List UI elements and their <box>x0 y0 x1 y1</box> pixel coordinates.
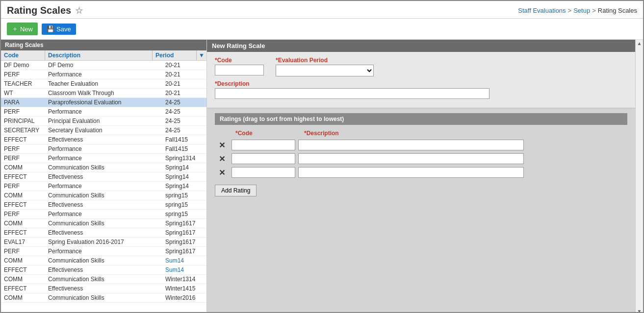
remove-rating-button[interactable]: ✕ <box>215 168 229 177</box>
cell-desc: Effectiveness <box>45 200 162 209</box>
table-row[interactable]: PERFPerformance20-21 <box>1 70 206 79</box>
table-row[interactable]: COMMCommunication SkillsSpring1617 <box>1 219 206 228</box>
table-row[interactable]: PRINCIPALPrincipal Evaluation24-25 <box>1 117 206 126</box>
cell-desc: Communication Skills <box>45 163 162 172</box>
table-row[interactable]: COMMCommunication Skillsspring15 <box>1 191 206 200</box>
table-row[interactable]: COMMCommunication SkillsSum14 <box>1 256 206 265</box>
eval-period-select[interactable] <box>276 65 374 76</box>
form-header: New Rating Scale <box>207 40 635 52</box>
cell-code: PERF <box>1 210 45 218</box>
table-row[interactable]: DF DemoDF Demo20-21 <box>1 61 206 70</box>
table-row[interactable]: EFFECTEffectivenessSpring1617 <box>1 228 206 238</box>
cell-period: Spring1617 <box>162 238 206 246</box>
breadcrumb-staff-evaluations[interactable]: Staff Evaluations <box>518 7 566 14</box>
cell-desc: Performance <box>45 154 162 163</box>
cell-desc: Performance <box>45 70 162 79</box>
breadcrumb-sep2: > <box>592 7 596 14</box>
cell-period: 24-25 <box>162 98 206 107</box>
breadcrumb-setup[interactable]: Setup <box>573 7 590 14</box>
code-input[interactable] <box>215 65 264 75</box>
rating-row: ✕ <box>215 140 627 150</box>
table-row[interactable]: PARAParaprofessional Evaluation24-25 <box>1 98 206 107</box>
cell-desc: Performance <box>45 107 162 116</box>
cell-code: PERF <box>1 70 45 79</box>
rating-code-input[interactable] <box>232 167 295 178</box>
col-header-period[interactable]: Period <box>153 50 197 60</box>
cell-code: EFFECT <box>1 228 45 237</box>
cell-desc: Effectiveness <box>45 172 162 181</box>
new-button[interactable]: ＋ New <box>7 23 38 35</box>
description-input[interactable] <box>215 88 489 99</box>
cell-period: 20-21 <box>162 70 206 79</box>
table-row[interactable]: EVAL17Spring Evaluation 2016-2017Spring1… <box>1 238 206 247</box>
right-scrollbar[interactable]: ▲ ▼ <box>635 40 643 313</box>
col-sort-arrow[interactable]: ▼ <box>197 50 206 60</box>
code-field: *Code <box>215 57 264 75</box>
table-row[interactable]: PERFPerformancespring15 <box>1 210 206 219</box>
cell-desc: Spring Evaluation 2016-2017 <box>45 238 162 246</box>
table-row[interactable]: PERFPerformanceFall1415 <box>1 144 206 154</box>
ratings-col-headers: *Code *Description <box>215 129 627 138</box>
remove-rating-button[interactable]: ✕ <box>215 141 229 150</box>
ratings-col-code-header: *Code <box>232 130 301 137</box>
cell-period: Spring14 <box>162 182 206 191</box>
cell-period: Spring1314 <box>162 154 206 163</box>
plus-icon: ＋ <box>12 24 18 33</box>
table-row[interactable]: EFFECTEffectivenessSum14 <box>1 265 206 275</box>
rating-description-input[interactable] <box>298 153 524 164</box>
toolbar: ＋ New 💾 Save <box>1 19 643 40</box>
table-row[interactable]: COMMCommunication SkillsWinter2016 <box>1 293 206 303</box>
table-header: Rating Scales <box>1 40 206 50</box>
ratings-rows: ✕✕✕ <box>215 140 627 178</box>
cell-desc: Communication Skills <box>45 275 162 284</box>
cell-desc: Classroom Walk Through <box>45 89 162 97</box>
scroll-down-arrow[interactable]: ▼ <box>637 309 642 313</box>
cell-period: Winter1314 <box>162 275 206 284</box>
col-header-code[interactable]: Code <box>1 50 45 60</box>
form-row-code-period: *Code *Evaluation Period <box>215 57 627 76</box>
cell-period: spring15 <box>162 210 206 218</box>
table-row[interactable]: COMMCommunication SkillsSpring14 <box>1 163 206 172</box>
favorite-icon[interactable]: ☆ <box>75 5 83 16</box>
remove-rating-button[interactable]: ✕ <box>215 154 229 164</box>
table-row[interactable]: PERFPerformanceSpring1617 <box>1 247 206 256</box>
cell-desc: Principal Evaluation <box>45 117 162 125</box>
scroll-up-arrow[interactable]: ▲ <box>637 41 642 46</box>
rating-code-input[interactable] <box>232 140 295 150</box>
table-row[interactable]: SECRETARYSecretary Evaluation24-25 <box>1 126 206 135</box>
rating-code-input[interactable] <box>232 153 295 164</box>
table-row[interactable]: COMMCommunication SkillsWinter1314 <box>1 275 206 284</box>
cell-period: Winter1415 <box>162 284 206 293</box>
table-row[interactable]: TEACHERTeacher Evaluation20-21 <box>1 79 206 89</box>
cell-period: spring15 <box>162 191 206 200</box>
rating-row: ✕ <box>215 153 627 164</box>
cell-period: Sum14 <box>162 265 206 274</box>
table-row[interactable]: EFFECTEffectivenessSpring14 <box>1 172 206 182</box>
code-label: *Code <box>215 57 264 64</box>
form-section: *Code *Evaluation Period *Description <box>207 52 635 108</box>
cell-period: Fall1415 <box>162 135 206 144</box>
table-row[interactable]: PERFPerformance24-25 <box>1 107 206 117</box>
col-header-description[interactable]: Description <box>45 50 153 60</box>
form-row-description: *Description <box>215 80 627 99</box>
add-rating-button[interactable]: Add Rating <box>215 185 257 196</box>
cell-period: 24-25 <box>162 126 206 135</box>
cell-period: Spring1617 <box>162 219 206 228</box>
cell-period: spring15 <box>162 200 206 209</box>
cell-desc: Effectiveness <box>45 135 162 144</box>
cell-code: SECRETARY <box>1 126 45 135</box>
breadcrumb-sep1: > <box>568 7 572 14</box>
rating-description-input[interactable] <box>298 167 524 178</box>
table-row[interactable]: EFFECTEffectivenessspring15 <box>1 200 206 210</box>
table-row[interactable]: EFFECTEffectivenessWinter1415 <box>1 284 206 293</box>
cell-code: DF Demo <box>1 61 45 70</box>
cell-period: Sum14 <box>162 256 206 265</box>
cell-desc: Communication Skills <box>45 293 162 302</box>
rating-description-input[interactable] <box>298 140 524 150</box>
table-row[interactable]: WTClassroom Walk Through20-21 <box>1 89 206 98</box>
table-row[interactable]: EFFECTEffectivenessFall1415 <box>1 135 206 144</box>
save-button[interactable]: 💾 Save <box>42 24 76 35</box>
ratings-section: Ratings (drag to sort from highest to lo… <box>207 108 635 201</box>
table-row[interactable]: PERFPerformanceSpring14 <box>1 182 206 191</box>
table-row[interactable]: PERFPerformanceSpring1314 <box>1 154 206 163</box>
